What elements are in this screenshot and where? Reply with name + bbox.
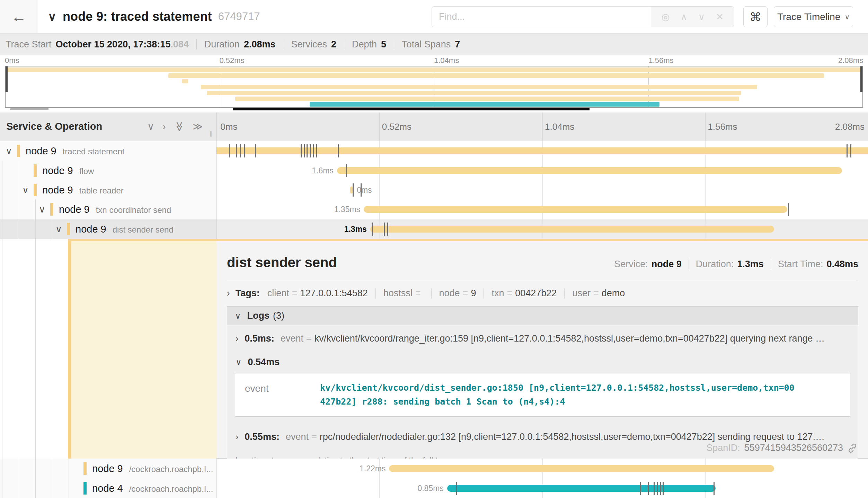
collapse-chevron-icon[interactable]: ∨ bbox=[22, 185, 29, 196]
trace-view-dropdown[interactable]: Trace Timeline ∨ bbox=[774, 6, 853, 27]
tags-row[interactable]: ›Tags:client=127.0.0.1:54582hostssl=node… bbox=[227, 288, 858, 299]
log-field-value: kv/kvclient/kvcoord/dist_sender.go:1850 … bbox=[320, 373, 805, 416]
trace-minimap: 0ms0.52ms1.04ms1.56ms2.08ms bbox=[0, 55, 868, 112]
log-tick-mark bbox=[714, 482, 715, 495]
minimap-canvas[interactable] bbox=[5, 66, 863, 108]
back-button[interactable]: ← bbox=[0, 0, 38, 33]
span-duration-bar[interactable] bbox=[364, 206, 787, 213]
prev-match-icon[interactable]: ∧ bbox=[681, 11, 688, 22]
minimap-left-scrubber[interactable] bbox=[6, 66, 8, 92]
find-input[interactable] bbox=[432, 7, 651, 27]
service-name: node 9 bbox=[42, 184, 73, 196]
span-duration-bar[interactable] bbox=[389, 465, 774, 472]
span-color-band bbox=[68, 239, 71, 459]
collapse-chevron-icon[interactable]: ∨ bbox=[55, 224, 62, 234]
summary-value: 2.08ms bbox=[244, 39, 276, 50]
trace-summary-bar: Trace StartOctober 15 2020, 17:38:15.084… bbox=[0, 34, 868, 55]
operation-name: txn coordinator send bbox=[96, 205, 171, 215]
span-name-cell[interactable]: ∨node 9dist sender send bbox=[0, 219, 216, 239]
locate-icon[interactable]: ◎ bbox=[662, 11, 670, 22]
meta-value: 1.3ms bbox=[737, 259, 764, 270]
span-row[interactable]: ∨node 9traced statement bbox=[0, 141, 868, 161]
separator bbox=[344, 39, 344, 49]
span-name-cell[interactable]: ∨node 9traced statement bbox=[0, 141, 216, 161]
summary-value: 2 bbox=[331, 39, 336, 50]
log-entry[interactable]: ›0.5ms:event=kv/kvclient/kvcoord/range_i… bbox=[227, 325, 858, 352]
span-timeline-cell[interactable] bbox=[216, 141, 868, 161]
deep-link-icon[interactable] bbox=[847, 443, 858, 453]
log-tick-mark bbox=[384, 223, 385, 236]
minimap-right-scrubber[interactable] bbox=[860, 66, 862, 92]
span-name-cell[interactable]: node 9flow bbox=[0, 161, 216, 180]
timeline-ruler: 0ms0.52ms1.04ms1.56ms2.08ms bbox=[216, 112, 868, 141]
collapse-chevron-icon[interactable]: ∨ bbox=[6, 146, 12, 156]
span-detail-panel: dist sender send Service:node 9Duration:… bbox=[0, 239, 868, 459]
operation-name: flow bbox=[79, 166, 94, 175]
span-row[interactable]: node 4/cockroach.roachpb.I...0.85ms bbox=[0, 478, 868, 498]
minimap-span-bar bbox=[207, 91, 741, 95]
span-duration-bar[interactable] bbox=[337, 167, 842, 174]
meta-label: Service: bbox=[614, 259, 648, 270]
collapse-all-icon[interactable]: ≫ bbox=[174, 121, 184, 132]
logs-header[interactable]: ∨ Logs (3) bbox=[227, 307, 858, 325]
meta-value: node 9 bbox=[652, 259, 682, 270]
span-timeline-cell[interactable]: 1.35ms bbox=[216, 200, 868, 219]
find-group: ◎ ∧ ∨ ✕ bbox=[432, 6, 734, 27]
span-id-value: 5597415943526560273 bbox=[744, 443, 843, 453]
minimap-span-bar bbox=[6, 67, 862, 72]
column-resize-grip[interactable]: ‖ bbox=[210, 130, 213, 139]
expand-all-icon[interactable]: ≫ bbox=[193, 122, 203, 132]
log-tick-mark bbox=[304, 144, 305, 157]
ruler-tick-label: 1.56ms bbox=[708, 121, 737, 132]
minimap-span-bar bbox=[310, 102, 659, 107]
span-timeline-cell[interactable]: 1.22ms bbox=[216, 459, 868, 478]
service-name: node 9 bbox=[92, 463, 123, 474]
service-name: node 9 bbox=[59, 204, 90, 215]
span-id-label: SpanID: bbox=[706, 443, 740, 453]
span-name-cell[interactable]: ∨node 9txn coordinator send bbox=[0, 200, 216, 219]
log-tick-mark bbox=[788, 203, 789, 216]
expand-one-icon[interactable]: › bbox=[163, 122, 166, 132]
span-duration-bar[interactable] bbox=[350, 187, 353, 193]
span-duration-bar[interactable] bbox=[216, 147, 868, 154]
separator bbox=[196, 39, 197, 49]
span-row[interactable]: ∨node 9txn coordinator send1.35ms bbox=[0, 200, 868, 219]
tag-item: user=demo bbox=[572, 288, 625, 299]
tag-item: hostssl= bbox=[383, 288, 424, 299]
span-timeline-cell[interactable]: 0.85ms bbox=[216, 478, 868, 498]
log-tick-mark bbox=[663, 482, 664, 495]
span-row[interactable]: ∨node 9dist sender send1.3ms bbox=[0, 219, 868, 239]
log-tick-mark bbox=[456, 482, 457, 495]
span-name-cell[interactable]: ∨node 9table reader bbox=[0, 180, 216, 200]
keyboard-shortcuts-button[interactable]: ⌘ bbox=[743, 6, 768, 27]
summary-label: Trace Start bbox=[6, 39, 52, 50]
span-timeline-cell[interactable]: 1.6ms bbox=[216, 161, 868, 180]
logs-count: (3) bbox=[273, 310, 284, 321]
next-match-icon[interactable]: ∨ bbox=[698, 11, 705, 22]
service-color-chip bbox=[34, 184, 37, 196]
span-name-cell[interactable]: node 4/cockroach.roachpb.I... bbox=[0, 478, 216, 498]
span-duration-bar[interactable] bbox=[447, 485, 716, 492]
chevron-right-icon: › bbox=[227, 288, 230, 299]
span-timeline-cell[interactable]: 1.3ms bbox=[216, 219, 868, 239]
collapse-one-icon[interactable]: ∨ bbox=[147, 122, 154, 132]
collapse-trace-chevron-icon[interactable]: ∨ bbox=[48, 10, 56, 24]
ruler-tick-label: 0.52ms bbox=[382, 121, 411, 132]
span-duration-bar[interactable] bbox=[370, 226, 774, 233]
span-row[interactable]: node 9/cockroach.roachpb.I...1.22ms bbox=[0, 459, 868, 478]
log-tick-mark bbox=[353, 183, 354, 197]
log-entry-expanded-header[interactable]: ∨0.54ms bbox=[227, 352, 858, 372]
span-row[interactable]: node 9flow1.6ms bbox=[0, 161, 868, 180]
chevron-right-icon: › bbox=[236, 432, 238, 442]
span-timeline-cell[interactable]: 0ms bbox=[216, 180, 868, 200]
span-accent-line bbox=[68, 239, 868, 241]
span-row[interactable]: ∨node 9table reader0ms bbox=[0, 180, 868, 200]
timeline-scrollbar[interactable] bbox=[233, 108, 590, 110]
span-indent-fill bbox=[71, 239, 216, 459]
log-tick-mark bbox=[313, 144, 314, 157]
clear-search-icon[interactable]: ✕ bbox=[716, 11, 724, 22]
log-tick-mark bbox=[640, 482, 641, 495]
span-meta: Service:node 9Duration:1.3msStart Time:0… bbox=[614, 259, 858, 270]
collapse-chevron-icon[interactable]: ∨ bbox=[39, 204, 45, 215]
span-name-cell[interactable]: node 9/cockroach.roachpb.I... bbox=[0, 459, 216, 478]
